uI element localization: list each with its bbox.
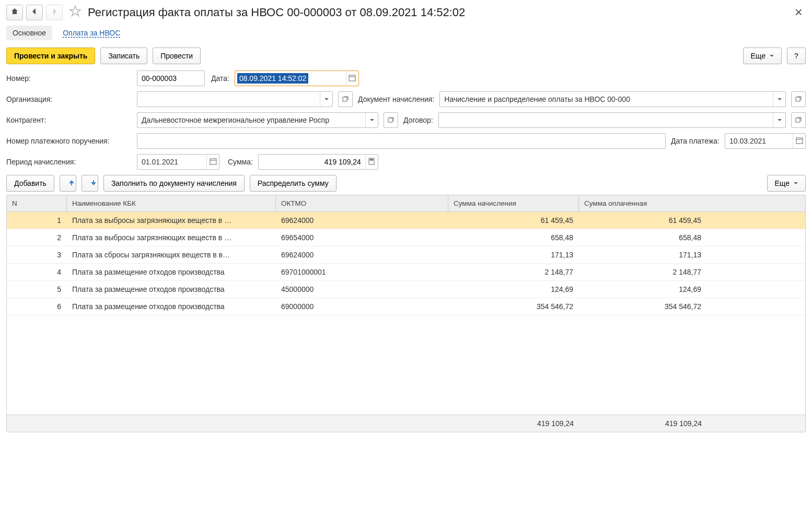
- th-n[interactable]: N: [7, 195, 67, 211]
- table-row[interactable]: 3Плата за сбросы загрязняющих веществ в …: [7, 246, 805, 264]
- help-button[interactable]: ?: [787, 48, 806, 64]
- cell-name: Плата за размещение отходов производства: [67, 281, 276, 298]
- th-sum-paid[interactable]: Сумма оплаченная: [579, 195, 707, 211]
- th-oktmo[interactable]: ОКТМО: [276, 195, 448, 211]
- date-label: Дата:: [211, 74, 229, 82]
- counterparty-dropdown-button[interactable]: [365, 113, 378, 127]
- arrow-down-icon: [89, 179, 98, 188]
- cell-name: Плата за выбросы загрязняющих веществ в …: [67, 229, 276, 246]
- organization-open-button[interactable]: [338, 91, 353, 107]
- home-icon: [10, 7, 19, 17]
- cell-sum-paid: 124,69: [579, 281, 707, 298]
- svg-rect-3: [796, 97, 800, 101]
- cell-sum-accrual: 61 459,45: [448, 212, 579, 229]
- arrow-right-icon: [50, 7, 59, 17]
- table-row[interactable]: 6Плата за размещение отходов производств…: [7, 298, 805, 315]
- cell-n: 3: [7, 246, 67, 263]
- cell-sum-paid: 658,48: [579, 229, 707, 246]
- home-button[interactable]: [6, 5, 23, 20]
- number-input[interactable]: [137, 70, 205, 86]
- contract-dropdown-button[interactable]: [773, 113, 785, 127]
- svg-rect-0: [349, 75, 355, 81]
- paydate-calendar-button[interactable]: [793, 134, 805, 148]
- accrual-doc-label: Документ начисления:: [358, 95, 434, 103]
- chevron-down-icon: [778, 98, 782, 100]
- contract-label: Договор:: [403, 116, 433, 124]
- cell-oktmo: 69624000: [276, 246, 448, 263]
- favorite-star[interactable]: [68, 4, 83, 20]
- counterparty-label: Контрагент:: [6, 116, 132, 124]
- cell-n: 6: [7, 298, 67, 315]
- star-icon: [68, 13, 83, 20]
- date-calendar-button[interactable]: [346, 71, 358, 86]
- paydate-label: Дата платежа:: [671, 137, 720, 145]
- kbk-table: N Наименование КБК ОКТМО Сумма начислени…: [6, 195, 806, 432]
- table-more-button[interactable]: Еще: [767, 175, 806, 192]
- arrow-left-icon: [30, 7, 39, 17]
- calendar-icon: [210, 158, 217, 167]
- forward-button[interactable]: [46, 5, 63, 20]
- period-value[interactable]: 01.01.2021: [137, 158, 206, 166]
- paydate-value[interactable]: 10.03.2021: [725, 137, 793, 145]
- date-input[interactable]: 08.09.2021 14:52:02: [235, 70, 359, 86]
- distribute-sum-button[interactable]: Распределить сумму: [250, 175, 337, 192]
- th-sum-accrual[interactable]: Сумма начисления: [448, 195, 579, 211]
- cell-name: Плата за размещение отходов производства: [67, 264, 276, 280]
- table-body[interactable]: 1Плата за выбросы загрязняющих веществ в…: [7, 212, 805, 415]
- counterparty-open-button[interactable]: [384, 112, 398, 128]
- more-button[interactable]: Еще: [743, 48, 782, 64]
- cell-oktmo: 69701000001: [276, 264, 448, 280]
- cell-sum-accrual: 124,69: [448, 281, 579, 298]
- date-value: 08.09.2021 14:52:02: [237, 73, 308, 84]
- move-down-button[interactable]: [82, 175, 98, 192]
- calculator-icon: [368, 158, 375, 167]
- open-icon: [795, 116, 802, 125]
- tab-main[interactable]: Основное: [6, 26, 52, 40]
- cell-oktmo: 69000000: [276, 298, 448, 315]
- table-row[interactable]: 1Плата за выбросы загрязняющих веществ в…: [7, 212, 805, 229]
- table-row[interactable]: 5Плата за размещение отходов производств…: [7, 281, 805, 298]
- close-button[interactable]: ×: [792, 4, 806, 20]
- open-icon: [342, 95, 349, 104]
- save-button[interactable]: Записать: [100, 48, 147, 64]
- cell-sum-accrual: 171,13: [448, 246, 579, 263]
- sum-input[interactable]: [259, 155, 365, 169]
- period-label: Период начисления:: [6, 158, 132, 166]
- back-button[interactable]: [26, 5, 43, 20]
- table-header-row: N Наименование КБК ОКТМО Сумма начислени…: [7, 195, 805, 212]
- cell-sum-paid: 2 148,77: [579, 264, 707, 280]
- cell-sum-accrual: 658,48: [448, 229, 579, 246]
- accrual-doc-open-button[interactable]: [791, 91, 806, 107]
- contract-open-button[interactable]: [791, 112, 806, 128]
- accrual-doc-value[interactable]: Начисление и распределение оплаты за НВО…: [440, 95, 773, 103]
- accrual-doc-dropdown-button[interactable]: [773, 92, 785, 107]
- sum-calc-button[interactable]: [365, 155, 378, 169]
- svg-rect-2: [343, 97, 347, 101]
- page-title: Регистрация факта оплаты за НВОС 00-0000…: [88, 6, 792, 19]
- post-and-close-button[interactable]: Провести и закрыть: [6, 48, 95, 64]
- th-name[interactable]: Наименование КБК: [67, 195, 276, 211]
- add-row-button[interactable]: Добавить: [6, 175, 54, 192]
- cell-sum-accrual: 354 546,72: [448, 298, 579, 315]
- open-icon: [795, 95, 802, 104]
- cell-name: Плата за сбросы загрязняющих веществ в в…: [67, 246, 276, 263]
- post-button[interactable]: Провести: [153, 48, 201, 64]
- counterparty-value[interactable]: Дальневосточное межрегиональное управлен…: [137, 116, 365, 124]
- move-up-button[interactable]: [60, 175, 76, 192]
- chevron-down-icon: [370, 119, 374, 121]
- arrow-up-icon: [67, 179, 76, 188]
- fill-by-doc-button[interactable]: Заполнить по документу начисления: [103, 175, 245, 192]
- table-row[interactable]: 2Плата за выбросы загрязняющих веществ в…: [7, 229, 805, 246]
- tab-nvos-link[interactable]: Оплата за НВОС: [56, 26, 126, 40]
- cell-sum-paid: 354 546,72: [579, 298, 707, 315]
- period-calendar-button[interactable]: [206, 155, 219, 169]
- cell-oktmo: 69624000: [276, 212, 448, 229]
- cell-oktmo: 69654000: [276, 229, 448, 246]
- svg-rect-11: [370, 159, 374, 160]
- table-row[interactable]: 4Плата за размещение отходов производств…: [7, 264, 805, 281]
- footer-sum-accrual: 419 109,24: [448, 415, 579, 432]
- payorder-label: Номер платежного поручения:: [6, 137, 132, 145]
- payorder-input[interactable]: [137, 133, 666, 149]
- organization-dropdown-button[interactable]: [320, 92, 332, 107]
- svg-rect-4: [388, 118, 392, 122]
